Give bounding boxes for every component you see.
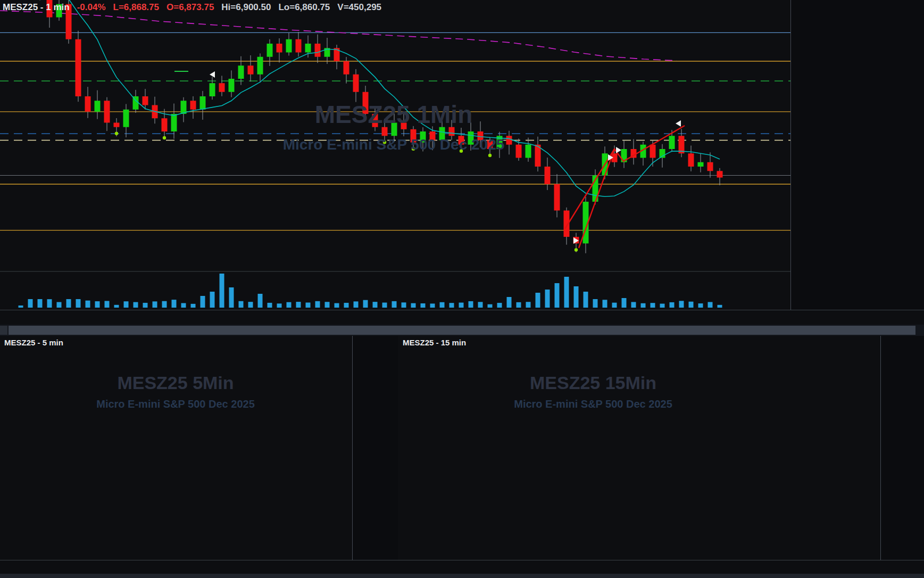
- top-chart-volume-bar: [421, 303, 426, 308]
- chart-15min-title: MESZ25 - 15 min: [403, 338, 466, 347]
- top-chart-volume-bar: [134, 302, 138, 308]
- top-chart-volume-bar: [335, 303, 339, 308]
- top-chart-volume-bar: [38, 299, 43, 308]
- top-chart-candle: [315, 44, 321, 57]
- top-chart-volume-bar: [698, 303, 703, 308]
- chart-5min-pane[interactable]: [0, 336, 352, 560]
- top-chart-volume-bar: [660, 304, 665, 308]
- top-chart-volume-bar: [258, 294, 263, 308]
- top-chart-volume-bar: [459, 303, 464, 308]
- top-chart-volume-bar: [555, 283, 560, 308]
- top-chart-candle: [95, 101, 101, 112]
- watermark-symbol-1min: MESZ25 1Min: [315, 100, 473, 129]
- top-chart-volume-bar: [497, 303, 502, 308]
- top-chart-volume-bar: [392, 301, 397, 308]
- time-axis-1min[interactable]: [0, 310, 924, 325]
- top-chart-volume-bar: [402, 302, 406, 308]
- top-chart-volume-bar: [488, 304, 493, 308]
- top-chart-volume-bar: [306, 302, 311, 308]
- top-chart-volume-bar: [373, 302, 378, 308]
- symbol-period-label: MESZ25 - 1 min: [3, 2, 70, 12]
- top-chart-volume-bar: [181, 303, 186, 308]
- pivot-arrow-marker: [676, 120, 681, 127]
- top-chart-candle: [286, 39, 292, 53]
- chart-1min-pane[interactable]: [0, 0, 790, 310]
- top-chart-volume-bar: [86, 301, 90, 308]
- top-chart-volume-bar: [47, 299, 52, 308]
- price-axis-5min[interactable]: [352, 336, 397, 560]
- top-chart-volume-bar: [66, 299, 71, 308]
- top-chart-candle: [267, 44, 273, 57]
- top-chart-volume-bar: [287, 302, 292, 308]
- top-chart-candle: [143, 96, 148, 105]
- top-chart-candle: [162, 118, 168, 131]
- top-chart-volume-bar: [162, 301, 167, 308]
- top-chart-volume-bar: [478, 302, 483, 308]
- top-chart-volume-bar: [622, 298, 627, 308]
- price-axis-1min[interactable]: [790, 0, 924, 310]
- top-chart-volume-bar: [574, 286, 579, 308]
- top-chart-volume-bar: [440, 302, 445, 308]
- top-chart-volume-bar: [593, 299, 598, 308]
- top-chart-candle: [554, 184, 560, 211]
- top-chart-volume-bar: [95, 301, 100, 308]
- top-chart-candle: [200, 96, 206, 110]
- top-chart-volume-bar: [526, 302, 531, 308]
- pivot-arrow-marker: [616, 147, 621, 153]
- top-chart-volume-bar: [411, 303, 416, 308]
- top-chart-volume-bar: [172, 300, 177, 308]
- top-chart-candle: [296, 39, 302, 53]
- top-chart-candle: [545, 167, 551, 184]
- watermark-symbol-15min: MESZ25 15Min: [530, 373, 656, 393]
- top-chart-volume-bar: [507, 297, 512, 308]
- top-chart-candle: [717, 171, 723, 177]
- top-chart-volume-bar: [689, 302, 694, 308]
- top-chart-volume-bar: [641, 303, 646, 308]
- top-chart-volume-bar: [191, 304, 196, 308]
- top-chart-candle: [190, 101, 196, 110]
- time-axis-bottom[interactable]: [0, 560, 924, 574]
- top-chart-candle: [506, 136, 512, 145]
- watermark-description-5min: Micro E-mini S&P 500 Dec 2025: [96, 398, 255, 410]
- bottom-scrollbar-track[interactable]: [0, 574, 924, 578]
- top-chart-volume-bar: [536, 293, 540, 308]
- price-axis-15min[interactable]: [880, 336, 924, 560]
- top-chart-candle: [698, 162, 704, 167]
- top-chart-candle: [650, 145, 656, 158]
- top-chart-volume-bar: [19, 305, 23, 308]
- top-chart-volume-bar: [603, 300, 607, 308]
- high-price-stat: Hi=6,900.50: [221, 2, 271, 12]
- top-chart-volume-bar: [277, 303, 282, 308]
- scrollbar-left-cap[interactable]: [0, 326, 7, 335]
- top-chart-candle: [104, 101, 110, 122]
- top-chart-candle: [229, 79, 235, 92]
- top-chart-candle: [344, 61, 349, 75]
- top-chart-candle: [707, 162, 713, 171]
- top-chart-volume-bar: [229, 287, 234, 308]
- top-chart-candle: [219, 83, 225, 92]
- top-chart-volume-bar: [670, 302, 675, 308]
- mid-scrollbar-thumb[interactable]: [9, 326, 915, 335]
- change-percent-label: -0.04%: [77, 2, 106, 12]
- top-chart-volume-bar: [469, 301, 473, 308]
- top-chart-volume-bar: [210, 292, 215, 308]
- chart-15min-pane[interactable]: [398, 336, 880, 560]
- top-chart-volume-bar: [248, 302, 253, 308]
- top-chart-volume-bar: [239, 301, 244, 308]
- swing-low-dot: [115, 132, 118, 135]
- top-chart-volume-bar: [584, 292, 588, 308]
- top-chart-volume-bar: [631, 302, 636, 308]
- watermark-description-1min: Micro E-mini S&P 500 Dec 2025: [283, 136, 505, 153]
- top-chart-candle: [76, 39, 81, 96]
- mid-scrollbar-track[interactable]: [0, 325, 924, 336]
- top-chart-volume-bar: [344, 303, 349, 308]
- pivot-arrow-marker: [210, 71, 215, 78]
- top-chart-candle: [516, 145, 522, 158]
- top-chart-volume-bar: [564, 277, 569, 308]
- top-chart-candle: [353, 75, 359, 92]
- top-chart-volume-bar: [28, 299, 33, 308]
- top-chart-volume-bar: [325, 302, 330, 308]
- top-chart-candle: [123, 110, 129, 127]
- top-chart-candle: [669, 136, 675, 149]
- top-chart-volume-bar: [143, 303, 148, 308]
